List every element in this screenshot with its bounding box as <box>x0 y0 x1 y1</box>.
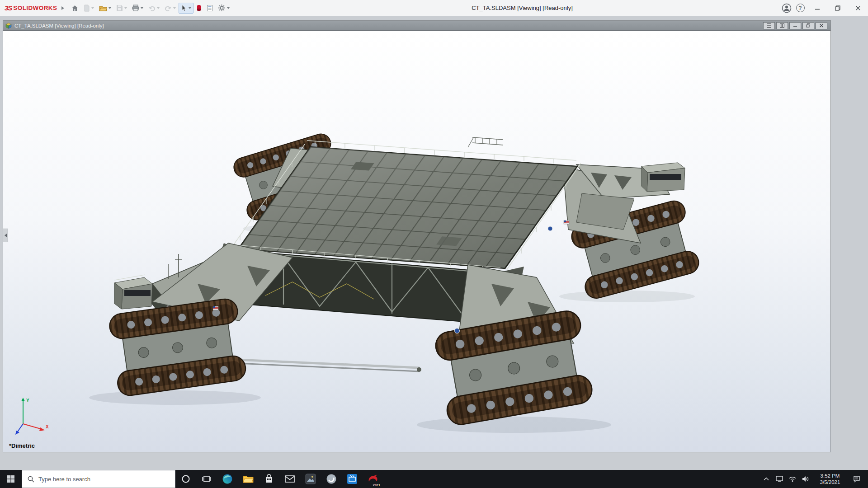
display-tray-button[interactable] <box>773 470 786 488</box>
minimize-button[interactable] <box>807 0 827 16</box>
help-button[interactable]: ? <box>793 1 807 15</box>
dropdown-caret <box>124 7 127 9</box>
dropdown-caret <box>141 7 143 9</box>
solidworks-logo: 3S SOLIDWORKS <box>0 4 61 12</box>
cortana-button[interactable] <box>175 470 196 488</box>
app-titlebar: 3S SOLIDWORKS <box>0 0 868 16</box>
redo-button[interactable] <box>162 3 178 13</box>
undo-icon <box>148 5 156 11</box>
account-icon <box>782 3 792 13</box>
options-gear-icon <box>218 4 226 12</box>
close-button[interactable] <box>848 0 868 16</box>
taskbar-clock[interactable]: 3:52 PM 3/5/2021 <box>812 470 848 488</box>
new-document-icon <box>84 5 90 12</box>
triad-y-label: Y <box>26 398 29 403</box>
tray-chevron-icon <box>764 477 769 481</box>
photos-icon <box>305 474 316 484</box>
doc-tile-horizontal-button[interactable] <box>763 22 775 29</box>
system-tray: 3:52 PM 3/5/2021 <box>760 470 868 488</box>
dropdown-caret <box>157 7 160 9</box>
select-tool-button[interactable] <box>179 3 193 14</box>
new-document-button[interactable] <box>81 3 96 14</box>
document-window: CT_TA.SLDASM [Viewing] [Read-only] <box>3 20 831 452</box>
print-button[interactable] <box>130 3 146 13</box>
network-tray-button[interactable] <box>786 470 799 488</box>
dropdown-caret <box>189 7 191 9</box>
pinned-app-gray-icon <box>326 474 337 484</box>
photos-button[interactable] <box>300 470 321 488</box>
track-unit-front-left <box>108 297 247 397</box>
windows-taskbar: 2021 3:52 PM 3/5/2021 <box>0 470 868 488</box>
task-view-button[interactable] <box>196 470 217 488</box>
doc-tile-vertical-button[interactable] <box>776 22 788 29</box>
rear-walkway <box>468 137 503 147</box>
minimize-icon <box>815 5 820 11</box>
start-button[interactable] <box>0 470 22 488</box>
maximize-button[interactable] <box>827 0 848 16</box>
steering-cylinders <box>215 358 421 372</box>
toolbar-flyout-arrow[interactable] <box>61 6 64 10</box>
volume-tray-button[interactable] <box>799 470 812 488</box>
doc-minimize-button[interactable] <box>789 22 801 29</box>
solidworks-app-button[interactable]: 2021 <box>363 470 383 488</box>
tray-wifi-icon <box>789 476 796 482</box>
view-orientation-label: *Dimetric <box>9 442 35 449</box>
edge-button[interactable] <box>217 470 238 488</box>
close-icon <box>855 5 861 11</box>
doc-restore-button[interactable] <box>802 22 814 29</box>
task-view-icon <box>202 475 211 483</box>
titlebar-right-controls: ? <box>780 0 868 16</box>
reference-triad: Y X <box>13 396 52 436</box>
home-button[interactable] <box>69 3 81 14</box>
store-button[interactable] <box>259 470 279 488</box>
doc-close-button[interactable] <box>816 22 827 29</box>
redo-icon <box>165 5 172 11</box>
workspace: CT_TA.SLDASM [Viewing] [Read-only] <box>0 17 868 470</box>
document-titlebar[interactable]: CT_TA.SLDASM [Viewing] [Read-only] <box>3 21 830 31</box>
clock-date: 3/5/2021 <box>820 479 840 485</box>
action-center-button[interactable] <box>848 470 865 488</box>
undo-button[interactable] <box>146 3 162 13</box>
windows-start-icon <box>7 475 14 483</box>
file-properties-button[interactable] <box>204 3 215 14</box>
home-icon <box>71 5 79 12</box>
search-icon <box>28 476 34 483</box>
save-icon <box>116 5 123 11</box>
tray-display-icon <box>776 476 783 482</box>
dropdown-caret <box>173 7 176 9</box>
marketplace-red-icon <box>196 5 202 11</box>
pinned-app-blue-icon <box>347 474 358 484</box>
save-button[interactable] <box>114 3 129 13</box>
document-title: CT_TA.SLDASM [Viewing] [Read-only] <box>14 23 104 28</box>
doc-restore-icon <box>806 23 811 28</box>
document-window-buttons <box>763 22 827 29</box>
search-input[interactable] <box>38 476 170 483</box>
pinned-app-gray-button[interactable] <box>321 470 342 488</box>
right-cab <box>642 163 685 192</box>
open-button[interactable] <box>97 3 113 13</box>
app-window-title: CT_TA.SLDASM [Viewing] [Read-only] <box>267 5 778 11</box>
hidden-icons-button[interactable] <box>760 470 773 488</box>
graphics-viewport[interactable]: Y X *Dimetric <box>3 31 830 452</box>
open-icon <box>99 5 107 11</box>
pinned-app-blue-button[interactable] <box>342 470 363 488</box>
taskbar-search[interactable] <box>22 470 175 488</box>
chevron-left-icon <box>5 234 7 237</box>
clock-time: 3:52 PM <box>821 473 840 479</box>
triad-x-label: X <box>46 424 49 429</box>
brand-name: SOLIDWORKS <box>13 5 57 11</box>
options-button[interactable] <box>216 2 232 14</box>
dropdown-caret <box>108 7 111 9</box>
assembly-document-icon <box>5 23 12 29</box>
featuremanager-collapse-tab[interactable] <box>3 229 8 242</box>
account-button[interactable] <box>780 1 793 15</box>
quick-access-toolbar <box>69 2 232 14</box>
action-center-icon <box>853 475 860 483</box>
edge-icon <box>222 474 233 484</box>
solidworks-version-badge: 2021 <box>373 483 380 487</box>
file-explorer-button[interactable] <box>238 470 259 488</box>
mail-button[interactable] <box>279 470 300 488</box>
tray-volume-icon <box>802 476 809 482</box>
doc-close-icon <box>819 23 824 28</box>
marketplace-button[interactable] <box>194 3 204 13</box>
